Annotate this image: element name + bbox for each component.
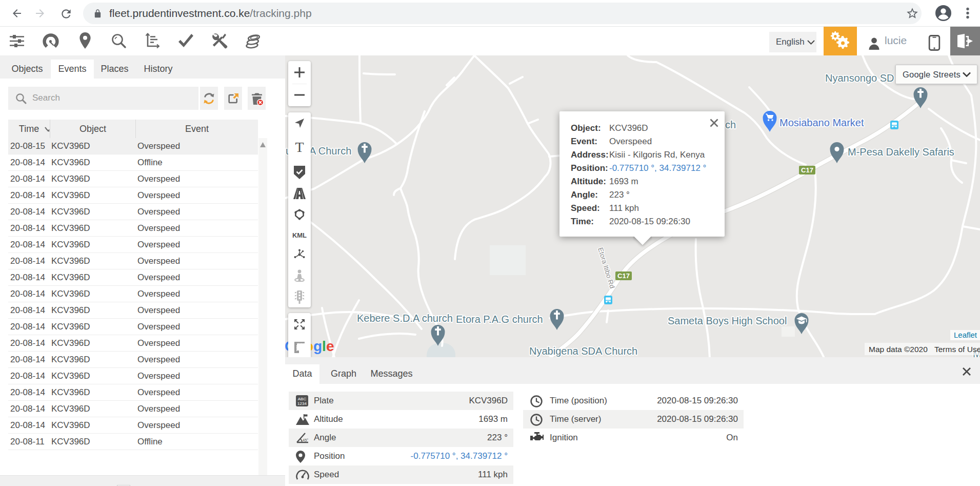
- svg-text:Kebere S.D.A church: Kebere S.D.A church: [357, 313, 453, 324]
- svg-text:Etora Itibo Rd: Etora Itibo Rd: [596, 246, 616, 289]
- svg-text:C17: C17: [617, 272, 630, 280]
- svg-text:C17: C17: [801, 166, 813, 174]
- svg-text:ch: ch: [725, 119, 736, 130]
- svg-text:Map data ©2020: Map data ©2020: [869, 345, 928, 354]
- svg-text:Mosiabano Market: Mosiabano Market: [779, 117, 864, 128]
- svg-text:A Church: A Church: [309, 145, 351, 157]
- svg-text:Terms of Use: Terms of Use: [934, 345, 980, 354]
- svg-text:Nyansongo SD: Nyansongo SD: [825, 72, 894, 84]
- svg-text:Sameta Boys High School: Sameta Boys High School: [668, 315, 787, 326]
- svg-text:45°: 45°: [303, 438, 308, 442]
- svg-text:1234: 1234: [297, 401, 307, 406]
- svg-text:ABC: ABC: [298, 397, 307, 401]
- svg-text:Nyabigena SDA Church: Nyabigena SDA Church: [529, 345, 637, 357]
- svg-text:Leaflet: Leaflet: [954, 331, 977, 339]
- svg-text:M-Pesa Dakelly Safaris: M-Pesa Dakelly Safaris: [848, 146, 954, 158]
- svg-text:Etora P.A.G church: Etora P.A.G church: [456, 314, 543, 325]
